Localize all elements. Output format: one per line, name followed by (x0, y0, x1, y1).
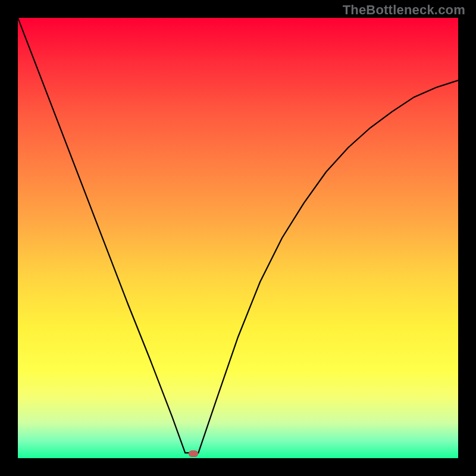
bottleneck-curve (18, 18, 458, 453)
plot-area (18, 18, 458, 458)
optimal-point-marker (189, 450, 198, 457)
curve-svg (18, 18, 458, 458)
chart-root: TheBottleneck.com (0, 0, 476, 476)
watermark-text: TheBottleneck.com (343, 2, 465, 18)
